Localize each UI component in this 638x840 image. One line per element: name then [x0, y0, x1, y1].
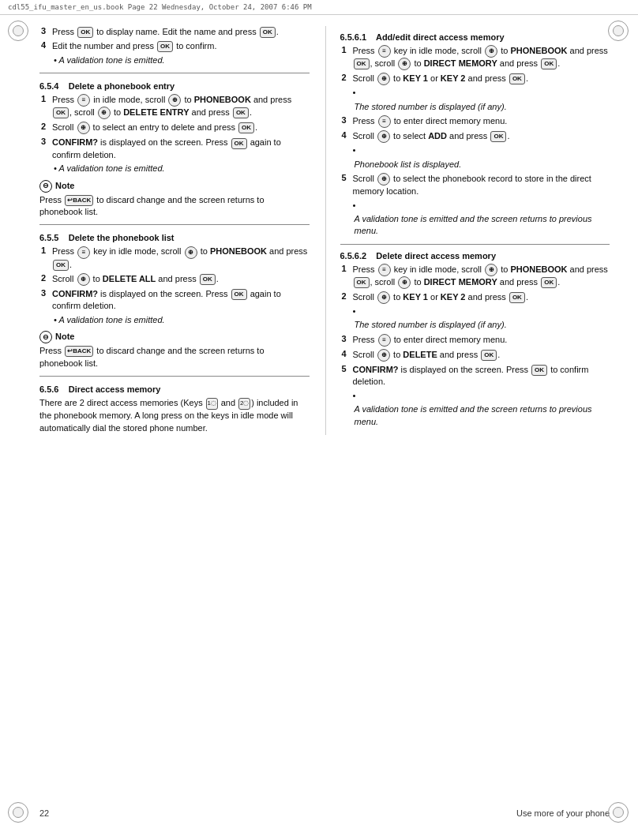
- step-item: 3 Press ≡ to enter direct memory menu.: [342, 334, 610, 347]
- section-655-steps: 1 Press ≡ key in idle mode, scroll ⊕ to …: [41, 246, 310, 326]
- step-content: Edit the number and press OK to confirm.…: [52, 40, 310, 66]
- scroll-icon: ⊕: [377, 130, 390, 143]
- step-num: 4: [41, 40, 52, 50]
- step-num: 5: [342, 173, 353, 182]
- step-num: 1: [41, 246, 52, 255]
- step-note: • A validation tone is emitted and the s…: [353, 200, 610, 238]
- step-num: 2: [342, 73, 353, 82]
- ok-icon: OK: [53, 260, 69, 271]
- ok-icon: OK: [541, 58, 557, 69]
- header-text: cdl55_ifu_master_en_us.book Page 22 Wedn…: [8, 3, 312, 11]
- back-icon: ↩BACK: [65, 195, 93, 206]
- scroll-icon: ⊕: [398, 58, 411, 70]
- scroll-icon: ⊕: [485, 45, 497, 58]
- step-item: 2 Scroll ⊕ to KEY 1 or KEY 2 and press O…: [342, 291, 610, 332]
- section-6562-steps: 1 Press ≡ key in idle mode, scroll ⊕ to …: [342, 264, 610, 428]
- page-wrapper: cdl55_ifu_master_en_us.book Page 22 Wedn…: [0, 0, 638, 840]
- step-item: 2 Scroll ⊕ to KEY 1 or KEY 2 and press O…: [342, 73, 610, 113]
- step-item: 3 CONFIRM? is displayed on the screen. P…: [41, 288, 310, 326]
- step-item: 3 Press OK to display name. Edit the nam…: [41, 26, 310, 38]
- ok-icon: OK: [509, 73, 525, 84]
- ok-icon: OK: [531, 365, 547, 376]
- step-num: 2: [342, 291, 353, 301]
- key2-icon: 2◌: [238, 398, 250, 410]
- step-content: Scroll ⊕ to KEY 1 or KEY 2 and press OK.…: [353, 291, 610, 332]
- step-num: 4: [342, 130, 353, 140]
- col-left: 3 Press OK to display name. Edit the nam…: [39, 26, 310, 435]
- section-656-label: 6.5.6 Direct access memory: [39, 384, 160, 394]
- ok-icon: OK: [354, 277, 370, 288]
- step-content: CONFIRM? is displayed on the screen. Pre…: [52, 137, 310, 174]
- section-656-body: There are 2 direct access memories (Keys…: [39, 397, 310, 435]
- ok-icon: OK: [481, 350, 497, 361]
- note-text: Press ↩BACK to discard change and the sc…: [39, 194, 310, 219]
- ok-icon: OK: [541, 277, 557, 288]
- step-num: 3: [41, 26, 52, 36]
- section-6562-heading: 6.5.6.2 Delete direct access memory: [340, 251, 610, 261]
- step-num: 5: [342, 364, 353, 373]
- step-num: 1: [342, 45, 353, 54]
- step-content: Scroll ⊕ to DELETE ALL and press OK.: [52, 273, 310, 286]
- step-item: 1 Press ≡ in idle mode, scroll ⊕ to PHON…: [41, 94, 310, 119]
- section-656-heading: 6.5.6 Direct access memory: [39, 384, 310, 394]
- ok-icon: OK: [233, 107, 249, 118]
- corner-mark-br: [608, 802, 630, 824]
- note-655: ⊖ Note Press ↩BACK to discard change and…: [39, 331, 310, 369]
- scroll-icon: ⊕: [398, 276, 411, 289]
- step-item: 1 Press ≡ key in idle mode, scroll ⊕ to …: [342, 45, 610, 70]
- step-num: 3: [41, 288, 52, 298]
- section-655-label: 6.5.5 Delete the phonebook list: [39, 233, 175, 242]
- menu-icon: ≡: [378, 45, 391, 58]
- section-655-heading: 6.5.5 Delete the phonebook list: [39, 233, 310, 242]
- step-note: • The stored number is displayed (if any…: [353, 87, 610, 113]
- menu-icon: ≡: [378, 115, 391, 128]
- section-divider: [340, 244, 610, 245]
- validation-note: • A validation tone is emitted.: [54, 163, 310, 174]
- ok-icon: OK: [509, 292, 525, 303]
- note-label: ⊖ Note: [39, 180, 310, 193]
- page-footer: 22 Use more of your phone: [39, 808, 610, 818]
- step-num: 2: [41, 122, 52, 131]
- step-num: 2: [41, 273, 52, 283]
- step-item: 1 Press ≡ key in idle mode, scroll ⊕ to …: [41, 246, 310, 270]
- scroll-icon: ⊕: [377, 291, 390, 304]
- step-content: Press ≡ in idle mode, scroll ⊕ to PHONEB…: [52, 94, 310, 119]
- ok-icon: OK: [53, 107, 69, 118]
- ok-icon: OK: [260, 27, 276, 38]
- step-item: 2 Scroll ⊕ to DELETE ALL and press OK.: [41, 273, 310, 286]
- step-content: Scroll ⊕ to select ADD and press OK. • P…: [353, 130, 610, 171]
- step-content: Press ≡ key in idle mode, scroll ⊕ to PH…: [52, 246, 310, 270]
- menu-icon: ≡: [77, 94, 90, 107]
- section-divider: [39, 73, 310, 73]
- step-item: 4 Edit the number and press OK to confir…: [41, 40, 310, 66]
- corner-mark-tr: [608, 21, 630, 43]
- step-item: 3 CONFIRM? is displayed on the screen. P…: [41, 137, 310, 174]
- corner-circle-bl: [8, 802, 28, 823]
- section-divider: [39, 224, 310, 225]
- step-content: Scroll ⊕ to DELETE and press OK.: [353, 349, 610, 362]
- content-area: 3 Press OK to display name. Edit the nam…: [0, 18, 638, 443]
- menu-icon: ≡: [77, 246, 90, 259]
- scroll-icon: ⊕: [185, 246, 197, 259]
- corner-circle-tr: [608, 21, 629, 41]
- scroll-icon: ⊕: [77, 273, 90, 286]
- section-654-heading: 6.5.4 Delete a phonebook entry: [39, 81, 310, 91]
- step-item: 1 Press ≡ key in idle mode, scroll ⊕ to …: [342, 264, 610, 289]
- step-note: • A validation tone is emitted and the s…: [353, 390, 610, 428]
- step-num: 1: [41, 94, 52, 103]
- ok-icon: OK: [354, 58, 370, 69]
- menu-icon: ≡: [378, 334, 391, 347]
- ok-icon: OK: [77, 27, 93, 38]
- ok-icon: OK: [238, 122, 254, 133]
- step-item: 5 CONFIRM? is displayed on the screen. P…: [342, 364, 610, 428]
- step-note: • The stored number is displayed (if any…: [353, 306, 610, 332]
- validation-note: • A validation tone is emitted.: [54, 54, 310, 66]
- step-content: Press ≡ key in idle mode, scroll ⊕ to PH…: [353, 264, 610, 289]
- note-654: ⊖ Note Press ↩BACK to discard change and…: [39, 180, 310, 219]
- step-content: Scroll ⊕ to select an entry to delete an…: [52, 122, 310, 134]
- note-title: Note: [55, 180, 74, 192]
- scroll-icon: ⊕: [98, 107, 111, 119]
- step-content: Press ≡ to enter direct memory menu.: [353, 334, 610, 347]
- corner-circle-tl: [8, 21, 28, 41]
- step-num: 1: [342, 264, 353, 273]
